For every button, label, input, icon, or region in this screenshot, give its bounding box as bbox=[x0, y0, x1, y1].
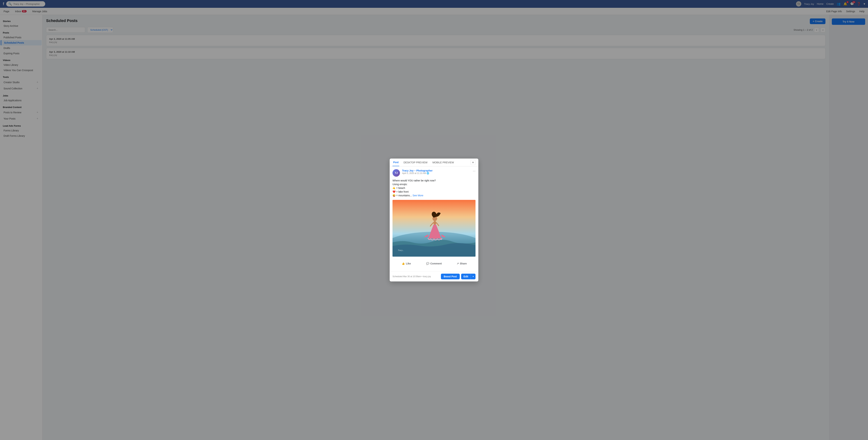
post-menu-button[interactable]: ··· bbox=[473, 169, 475, 173]
comment-button[interactable]: 💬 Comment bbox=[420, 261, 448, 266]
schedule-text: Scheduled Mar 30 at 10:59am • tracy joy bbox=[393, 275, 431, 278]
post-date: April 3, 2020 at 11:10 AM 🌐 bbox=[402, 172, 433, 175]
footer-actions: Boost Post Edit ▾ bbox=[441, 274, 475, 279]
edit-dropdown-button[interactable]: ▾ bbox=[471, 274, 475, 279]
edit-group: Edit ▾ bbox=[461, 274, 475, 279]
tab-post[interactable]: Post bbox=[393, 159, 399, 166]
post-author-info: Tracy Joy – Photographer April 3, 2020 a… bbox=[402, 169, 433, 175]
image-watermark: Tracy... bbox=[398, 249, 404, 251]
share-button[interactable]: ↗ Share bbox=[448, 261, 475, 266]
post-avatar: TJ bbox=[393, 169, 400, 177]
modal-overlay[interactable]: Post DESKTOP PREVIEW MOBILE PREVIEW ✕ TJ… bbox=[0, 0, 868, 440]
modal-body: TJ Tracy Joy – Photographer April 3, 202… bbox=[390, 166, 478, 271]
tab-desktop-preview[interactable]: DESKTOP PREVIEW bbox=[403, 159, 428, 166]
globe-icon: 🌐 bbox=[427, 172, 429, 175]
modal-footer: Scheduled Mar 30 at 10:59am • tracy joy … bbox=[390, 271, 478, 281]
post-actions: 👍 Like 💬 Comment ↗ Share bbox=[393, 259, 475, 266]
boost-post-button[interactable]: Boost Post bbox=[441, 274, 460, 279]
svg-point-3 bbox=[433, 221, 436, 225]
tab-mobile-preview[interactable]: MOBILE PREVIEW bbox=[432, 159, 455, 166]
edit-button[interactable]: Edit bbox=[461, 274, 471, 279]
share-icon: ↗ bbox=[457, 262, 459, 265]
like-icon: 👍 bbox=[402, 262, 405, 265]
post-image: Tracy... bbox=[393, 200, 475, 257]
post-preview-modal: Post DESKTOP PREVIEW MOBILE PREVIEW ✕ TJ… bbox=[390, 159, 478, 281]
post-author-name[interactable]: Tracy Joy – Photographer bbox=[402, 169, 433, 172]
ocean-svg bbox=[393, 200, 475, 257]
see-more-link[interactable]: See More bbox=[412, 194, 423, 197]
like-button[interactable]: 👍 Like bbox=[393, 261, 420, 266]
comment-icon: 💬 bbox=[426, 262, 429, 265]
modal-tab-bar: Post DESKTOP PREVIEW MOBILE PREVIEW ✕ bbox=[390, 159, 478, 166]
post-header: TJ Tracy Joy – Photographer April 3, 202… bbox=[393, 169, 475, 177]
post-text: Where would YOU rather be right now? Usi… bbox=[393, 179, 475, 197]
modal-close-button[interactable]: ✕ bbox=[470, 160, 475, 165]
